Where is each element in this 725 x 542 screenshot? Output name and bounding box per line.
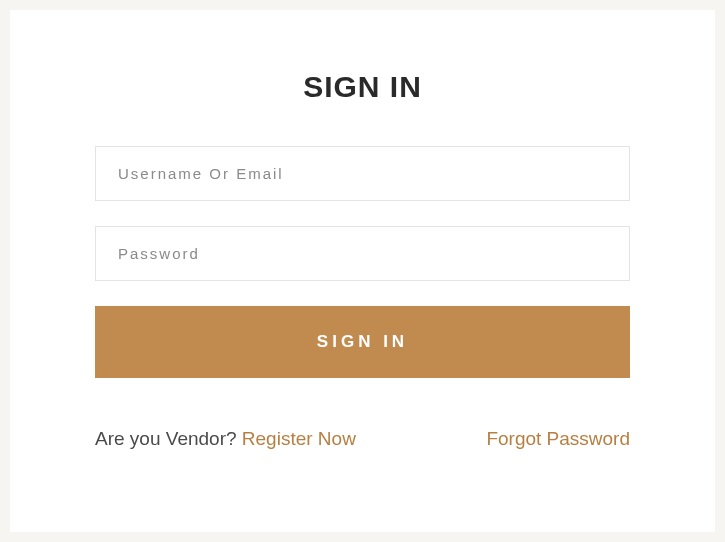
register-link[interactable]: Register Now [242, 428, 356, 449]
signin-button[interactable]: SIGN IN [95, 306, 630, 378]
password-input[interactable] [95, 226, 630, 281]
page-title: SIGN IN [95, 70, 630, 104]
forgot-password-link[interactable]: Forgot Password [486, 428, 630, 450]
vendor-prompt-group: Are you Vendor? Register Now [95, 428, 356, 450]
page-wrapper: SIGN IN SIGN IN Are you Vendor? Register… [0, 0, 725, 542]
footer-row: Are you Vendor? Register Now Forgot Pass… [95, 428, 630, 450]
vendor-prompt-text: Are you Vendor? [95, 428, 242, 449]
signin-card: SIGN IN SIGN IN Are you Vendor? Register… [10, 10, 715, 532]
username-input[interactable] [95, 146, 630, 201]
